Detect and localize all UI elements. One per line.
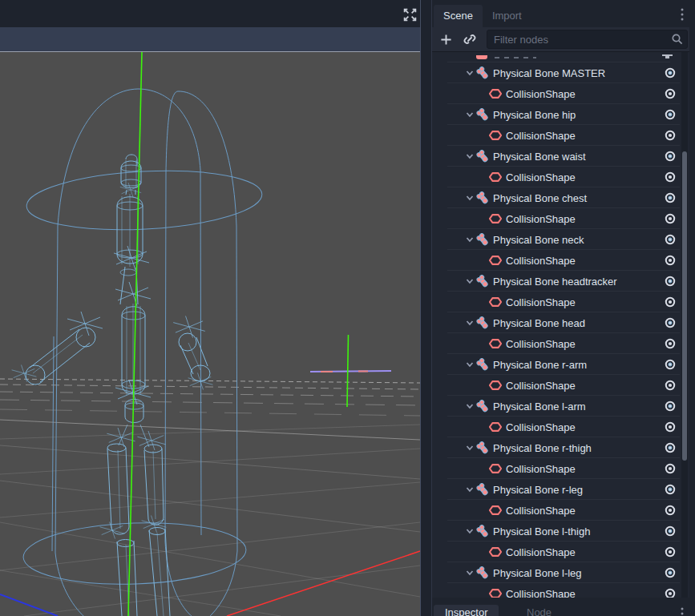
dock-menu-icon[interactable]: [679, 7, 685, 22]
tree-row-collision-shape[interactable]: CollisionShape: [432, 583, 680, 598]
tree-row-physical-bone[interactable]: Physical Bone r-thigh: [432, 437, 680, 458]
collision-shape-icon: [489, 87, 502, 100]
chevron-down-icon[interactable]: [465, 235, 475, 244]
visibility-toggle-icon[interactable]: [664, 421, 677, 433]
tree-row-physical-bone[interactable]: Physical Bone r-arm: [432, 354, 680, 375]
add-node-button[interactable]: [437, 30, 455, 48]
tree-row-physical-bone[interactable]: Physical Bone hip: [432, 104, 680, 125]
bottom-dock-menu-icon[interactable]: [679, 606, 685, 616]
filter-nodes-input[interactable]: [487, 30, 688, 49]
tree-row-collision-shape[interactable]: CollisionShape: [432, 333, 680, 354]
chevron-down-icon[interactable]: [465, 318, 475, 328]
expand-viewport-button[interactable]: [402, 6, 418, 22]
tree-row-collision-shape[interactable]: CollisionShape: [432, 250, 680, 271]
visibility-toggle-icon[interactable]: [664, 400, 677, 413]
tree-row-physical-bone[interactable]: Physical Bone r-leg: [432, 479, 680, 500]
visibility-toggle-icon[interactable]: [664, 483, 677, 496]
tree-row-physical-bone[interactable]: Physical Bone waist: [432, 146, 680, 167]
chevron-down-icon[interactable]: [465, 193, 475, 203]
visibility-toggle-icon[interactable]: [664, 129, 677, 142]
chevron-down-icon[interactable]: [465, 360, 475, 369]
node-label: Physical Bone headtracker: [493, 276, 617, 288]
tree-row-physical-bone[interactable]: Physical Bone l-arm: [432, 396, 680, 417]
collision-shape-icon: [489, 212, 502, 225]
visibility-toggle-icon[interactable]: [664, 66, 677, 79]
tree-scrollbar[interactable]: [681, 52, 688, 598]
tree-row-physical-bone[interactable]: Physical Bone headtracker: [432, 271, 680, 292]
search-icon: [671, 33, 684, 46]
visibility-toggle-icon[interactable]: [664, 233, 677, 246]
chevron-down-icon[interactable]: [465, 110, 475, 119]
physical-bone-icon: [476, 441, 489, 454]
tab-node[interactable]: Node: [515, 605, 563, 616]
tree-row-collision-shape[interactable]: CollisionShape: [432, 458, 680, 479]
visibility-toggle-icon[interactable]: [664, 504, 677, 517]
node-label: CollisionShape: [506, 338, 576, 350]
tree-row-physical-bone[interactable]: Physical Bone MASTER: [432, 62, 680, 83]
node-label: Physical Bone neck: [493, 234, 584, 246]
tree-row-collision-shape[interactable]: CollisionShape: [432, 167, 680, 187]
chevron-down-icon[interactable]: [465, 568, 475, 578]
tree-row-collision-shape[interactable]: CollisionShape: [432, 375, 680, 396]
viewport-topbar: [0, 0, 420, 27]
visibility-toggle-icon[interactable]: [664, 566, 677, 579]
node-label: CollisionShape: [506, 88, 576, 100]
chevron-down-icon[interactable]: [465, 485, 475, 494]
tree-row-collision-shape[interactable]: CollisionShape: [432, 417, 680, 437]
node-label: Physical Bone l-leg: [493, 567, 582, 579]
visibility-toggle-icon[interactable]: [664, 171, 677, 183]
node-label: Physical Bone r-thigh: [493, 442, 592, 454]
viewport-3d[interactable]: [0, 52, 420, 616]
physical-bone-icon: [476, 566, 489, 579]
tree-row-physical-bone[interactable]: Physical Bone chest: [432, 187, 680, 208]
visibility-toggle-icon[interactable]: [664, 546, 677, 558]
node-label: CollisionShape: [506, 255, 576, 267]
visibility-toggle-icon[interactable]: [664, 462, 677, 475]
chevron-down-icon[interactable]: [465, 68, 475, 78]
tree-row-collision-shape[interactable]: CollisionShape: [432, 292, 680, 312]
tab-scene[interactable]: Scene: [434, 5, 483, 27]
tree-row-collision-shape[interactable]: CollisionShape: [432, 83, 680, 104]
chevron-down-icon[interactable]: [465, 526, 475, 536]
visibility-toggle-icon[interactable]: [664, 587, 677, 598]
tab-import[interactable]: Import: [483, 5, 531, 27]
chevron-down-icon[interactable]: [465, 276, 475, 286]
chevron-down-icon[interactable]: [465, 151, 475, 161]
tree-row-collision-shape[interactable]: CollisionShape: [432, 500, 680, 521]
tree-row-physical-bone[interactable]: Physical Bone l-leg: [432, 562, 680, 583]
collision-shape-icon: [489, 379, 502, 392]
visibility-toggle-icon[interactable]: [664, 525, 677, 537]
visibility-toggle-icon[interactable]: [664, 212, 677, 225]
visibility-toggle-icon[interactable]: [664, 358, 677, 371]
tree-row-physical-bone[interactable]: Physical Bone head: [432, 312, 680, 333]
tab-inspector[interactable]: Inspector: [434, 605, 499, 616]
scene-tree-toolbar: [432, 27, 689, 51]
visibility-toggle-icon[interactable]: [664, 87, 677, 100]
tree-row-collision-shape[interactable]: CollisionShape: [432, 208, 680, 229]
tree-row-physical-bone[interactable]: Physical Bone l-thigh: [432, 521, 680, 542]
visibility-toggle-icon[interactable]: [664, 337, 677, 350]
tree-row-physical-bone[interactable]: Physical Bone neck: [432, 229, 680, 250]
instance-scene-button[interactable]: [461, 30, 479, 48]
collision-shape-icon: [489, 546, 502, 558]
collision-shape-icon: [489, 296, 502, 308]
visibility-toggle-icon[interactable]: [664, 191, 677, 204]
scene-tree[interactable]: Physical Bone MASTER CollisionShape Phys…: [432, 51, 689, 598]
scrollbar-grabber[interactable]: [682, 151, 687, 461]
visibility-toggle-icon[interactable]: [664, 254, 677, 267]
visibility-toggle-icon[interactable]: [664, 275, 677, 288]
clipped-node-icon: [476, 55, 487, 59]
visibility-toggle-icon[interactable]: [664, 108, 677, 121]
visibility-toggle-icon[interactable]: [664, 441, 677, 454]
node-label: Physical Bone r-leg: [493, 484, 583, 496]
chevron-down-icon[interactable]: [465, 443, 475, 453]
physical-bone-icon: [476, 400, 489, 413]
visibility-toggle-icon[interactable]: [664, 150, 677, 163]
chevron-down-icon[interactable]: [465, 401, 475, 411]
visibility-toggle-icon[interactable]: [664, 379, 677, 392]
collision-shape-icon: [489, 254, 502, 267]
visibility-toggle-icon[interactable]: [664, 296, 677, 308]
visibility-toggle-icon[interactable]: [664, 316, 677, 329]
tree-row-collision-shape[interactable]: CollisionShape: [432, 542, 680, 562]
tree-row-collision-shape[interactable]: CollisionShape: [432, 125, 680, 146]
